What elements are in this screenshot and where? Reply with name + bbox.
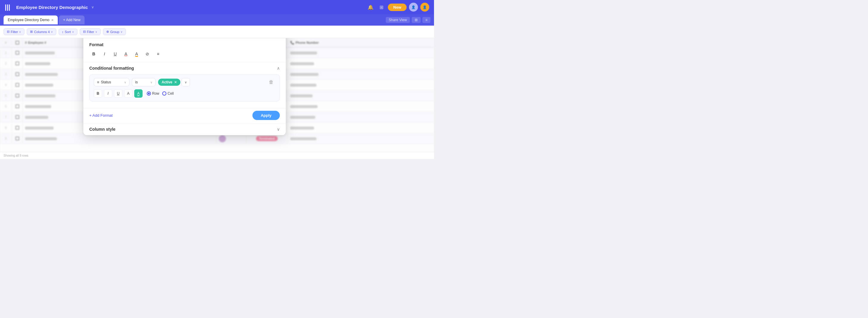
phone-col-icon: 📞 <box>290 41 294 45</box>
cell-check: ☐ <box>12 134 23 144</box>
cond-chevron-icon[interactable]: ∧ <box>277 66 280 70</box>
cell-check: ☐ <box>12 58 23 69</box>
group-label: Group <box>110 30 119 34</box>
bold-btn[interactable]: B <box>89 50 98 58</box>
text-color-btn[interactable]: A <box>121 50 130 58</box>
avatar-2[interactable]: 👤 <box>420 3 429 11</box>
new-button[interactable]: New <box>388 4 407 11</box>
cell-num: 8 <box>0 123 12 133</box>
format-panel: ⊙ Format + Format B I U A A ⊘ <box>83 38 286 135</box>
view-grid-btn[interactable]: ⊞ <box>412 17 421 23</box>
title-chevron-icon[interactable]: ∨ <box>91 5 94 9</box>
radio-row[interactable]: Row <box>147 91 159 95</box>
columns-chevron-icon: ∨ <box>51 30 53 33</box>
radio-cell[interactable]: Cell <box>162 91 174 95</box>
add-format-btn[interactable]: + Add Format <box>89 113 113 118</box>
operator-select[interactable]: is ∨ <box>132 78 156 86</box>
cond-format-bar: B I U A A Row <box>94 89 275 98</box>
format-panel-title: Format <box>83 39 286 47</box>
condition-rule: ≡ Status ∨ is ∨ Active <box>89 74 280 102</box>
share-view-btn[interactable]: Share View <box>386 17 410 23</box>
tab-right-buttons: Share View ⊞ ≡ <box>386 17 430 23</box>
cell-check: ☐ <box>12 123 23 133</box>
cond-text-color-btn[interactable]: A <box>124 89 132 98</box>
filter2-btn[interactable]: ⊟ Filter ∨ <box>80 28 101 35</box>
cond-underline-btn[interactable]: U <box>114 89 122 98</box>
toolbar-row: ⊟ Filter ∨ ⊞ Columns 4 ∨ ↕ Sort ∨ ⊟ Filt… <box>0 26 434 38</box>
tab-main-label: Employee Directory Demo <box>8 18 50 22</box>
cond-bold-btn[interactable]: B <box>94 89 102 98</box>
menu-btn[interactable]: ≡ <box>423 17 430 23</box>
notification-icon[interactable]: 🔔 <box>366 3 375 11</box>
value-tag: Active ✕ <box>158 79 180 86</box>
cell-phone <box>288 101 434 112</box>
cell-check: ☐ <box>12 48 23 58</box>
align-btn[interactable]: ≡ <box>154 50 162 58</box>
employee-col-label: Employee # <box>28 41 46 45</box>
tab-add-new[interactable]: + Add New <box>59 16 85 24</box>
field-select-chevron-icon: ∨ <box>124 81 126 84</box>
delete-rule-btn[interactable]: 🗑 <box>267 78 275 86</box>
app-title: Employee Directory Demographic <box>16 5 88 10</box>
cell-check: ☐ <box>12 69 23 80</box>
status-bar: Showing all 9 rows <box>0 152 434 159</box>
col-style-header: Column style ∨ <box>89 127 280 132</box>
apply-btn[interactable]: Apply <box>252 111 280 120</box>
condition-row-top: ≡ Status ∨ is ∨ Active <box>94 78 275 86</box>
value-dropdown-btn[interactable]: ∨ <box>182 78 190 86</box>
cond-section-title: Conditional formatting <box>89 66 134 70</box>
cell-check: ☐ <box>12 90 23 101</box>
col-num-header: # <box>0 41 12 45</box>
status-badge-terminated: Terminated <box>256 136 278 141</box>
apply-to-radio-group: Row Cell <box>147 91 174 95</box>
columns-label: Columns 4 <box>34 30 50 34</box>
filter2-label: Filter <box>87 30 94 34</box>
phone-col-label: Phone Number <box>296 41 319 45</box>
column-style-section: Column style ∨ <box>83 123 286 135</box>
underline-btn[interactable]: U <box>111 50 120 58</box>
sort-icon: ↕ <box>62 30 64 34</box>
operator-chevron-icon: ∨ <box>150 81 152 84</box>
cell-phone <box>288 134 434 144</box>
cell-num: 7 <box>0 112 12 122</box>
avatar-1[interactable]: 👤 <box>409 3 418 11</box>
grid-icon[interactable]: ⊞ <box>377 3 385 11</box>
cell-phone <box>288 58 434 69</box>
filter-btn[interactable]: ⊟ Filter ∨ <box>4 28 24 35</box>
cond-highlight-btn[interactable]: A <box>134 89 143 98</box>
radio-row-circle <box>147 91 151 95</box>
tab-main[interactable]: Employee Directory Demo ✕ <box>4 16 58 24</box>
italic-btn[interactable]: I <box>100 50 109 58</box>
sort-label: Sort <box>65 30 71 34</box>
operator-label: is <box>135 80 138 84</box>
filter-icon: ⊟ <box>7 30 9 34</box>
value-tag-text: Active <box>162 80 172 84</box>
sort-btn[interactable]: ↕ Sort ∨ <box>59 29 78 35</box>
value-tag-remove-btn[interactable]: ✕ <box>174 80 177 84</box>
cell-check: ☐ <box>12 80 23 90</box>
cell-phone <box>288 112 434 122</box>
cell-phone <box>288 80 434 90</box>
group-icon: ⊗ <box>106 30 109 34</box>
cell-check: ☐ <box>12 112 23 122</box>
col-phone-header[interactable]: 📞 Phone Number <box>288 41 434 45</box>
cell-num: 5 <box>0 90 12 101</box>
main-area: # ☐ # Employee # 📷 Image ● Status 📞 Phon… <box>0 38 434 159</box>
field-select[interactable]: ≡ Status ∨ <box>94 78 129 86</box>
cond-italic-btn[interactable]: I <box>104 89 112 98</box>
highlight-btn[interactable]: A <box>132 50 141 58</box>
nav-user-group: 🔔 ⊞ New 👤 👤 <box>366 3 429 11</box>
group-btn[interactable]: ⊗ Group ∨ <box>103 28 126 35</box>
tab-close-icon[interactable]: ✕ <box>51 19 54 22</box>
employee-col-icon: # <box>25 41 27 45</box>
col-style-chevron-icon[interactable]: ∨ <box>277 127 280 132</box>
cell-num: 6 <box>0 101 12 112</box>
filter2-chevron-icon: ∨ <box>95 30 97 33</box>
columns-btn[interactable]: ⊞ Columns 4 ∨ <box>27 28 56 35</box>
cell-num: 3 <box>0 69 12 80</box>
cell-phone <box>288 123 434 133</box>
no-format-btn[interactable]: ⊘ <box>143 50 152 58</box>
top-nav: ||| Employee Directory Demographic ∨ 🔔 ⊞… <box>0 0 434 14</box>
cell-phone <box>288 69 434 80</box>
sort-chevron-icon: ∨ <box>72 30 74 33</box>
